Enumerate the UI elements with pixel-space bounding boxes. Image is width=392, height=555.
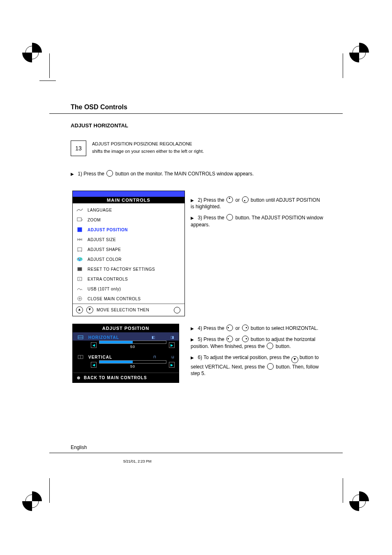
step-5a: 5) Press the bbox=[198, 336, 224, 342]
crop-tick bbox=[343, 478, 343, 503]
subsection-caption: ADJUST POSITION POSIZIONE REGOLAZIONE bbox=[92, 141, 192, 146]
osd2-label: HORIZONTAL bbox=[88, 335, 148, 340]
step-2a: 2) Press the bbox=[198, 197, 224, 203]
step-1-text-b: button on the monitor. The MAIN CONTROLS… bbox=[115, 171, 254, 177]
reg-mark-tr bbox=[349, 43, 369, 62]
ok-button-icon bbox=[106, 170, 113, 177]
osd-item-label: EXTRA CONTROLS bbox=[88, 277, 128, 281]
osd2-title: ADJUST POSITION bbox=[73, 324, 179, 332]
osd-item-adjust-position[interactable]: ADJUST POSITION bbox=[76, 225, 181, 235]
osd-item-zoom[interactable]: ZOOM bbox=[76, 215, 181, 225]
subsection-title: ADJUST HORIZONTAL bbox=[71, 122, 128, 129]
osd-item-reset[interactable]: RESET TO FACTORY SETTINGS bbox=[76, 264, 181, 274]
bullet-icon: ▶ bbox=[191, 355, 194, 361]
reg-mark-br bbox=[349, 491, 369, 511]
steps-2-3: ▶ 2) Press the or button until ADJUST PO… bbox=[191, 196, 324, 232]
size-icon bbox=[76, 237, 83, 242]
close-icon bbox=[76, 296, 83, 302]
osd2-slider-horizontal[interactable]: ◀ 50 ▶ bbox=[73, 341, 179, 352]
step-4c: button to select HORIZONTAL. bbox=[251, 325, 318, 331]
svg-point-9 bbox=[77, 257, 83, 261]
ok-button-icon bbox=[267, 363, 274, 370]
crop-tick bbox=[49, 53, 50, 78]
osd-item-label: ADJUST COLOR bbox=[88, 257, 122, 262]
back-icon: ⊗ bbox=[77, 375, 81, 380]
osd2-back[interactable]: ⊗ BACK TO MAIN CONTROLS bbox=[73, 373, 179, 382]
right-button-icon bbox=[242, 336, 249, 342]
step-5d: button. bbox=[276, 343, 291, 349]
osd-item-label: LANGUAGE bbox=[88, 208, 112, 212]
osd-item-language[interactable]: LANGUAGE bbox=[76, 205, 181, 215]
bottom-extreme-icon: ⊔ bbox=[171, 355, 175, 359]
svg-rect-4 bbox=[77, 218, 81, 221]
step-3a: 3) Press the bbox=[198, 215, 224, 221]
osd-titlebar bbox=[73, 191, 184, 197]
up-button-icon: ▲ bbox=[76, 306, 83, 313]
steps-4-6: ▶ 4) Press the or button to select HORIZ… bbox=[191, 325, 324, 381]
left-button-icon bbox=[226, 336, 233, 342]
subsection-desc: shifts the image on your screen either t… bbox=[92, 149, 204, 154]
osd-footer: ▲ ▼ MOVE SELECTION THEN bbox=[73, 304, 184, 316]
osd-item-adjust-color[interactable]: ADJUST COLOR bbox=[76, 254, 181, 264]
left-button-icon bbox=[226, 325, 233, 331]
down-button-icon: ▼ bbox=[291, 356, 298, 363]
language-label: English bbox=[71, 444, 87, 450]
page-number: 13 bbox=[71, 140, 86, 156]
left-arrow-icon: ◀ bbox=[91, 342, 97, 348]
reg-mark-tl bbox=[22, 43, 42, 62]
osd-item-extra[interactable]: + EXTRA CONTROLS bbox=[76, 274, 181, 284]
vertical-icon bbox=[77, 355, 84, 359]
right-button-icon bbox=[242, 325, 249, 331]
svg-point-6 bbox=[79, 229, 81, 230]
osd2-row-horizontal[interactable]: HORIZONTAL ◧◨ bbox=[73, 332, 179, 341]
osd2-back-label: BACK TO MAIN CONTROLS bbox=[84, 375, 147, 380]
osd-item-list: LANGUAGE ZOOM ADJUST POSITION ADJUST SIZ… bbox=[73, 203, 184, 304]
step-5b: or bbox=[235, 336, 240, 342]
bullet-icon: ▶ bbox=[191, 215, 194, 221]
extra-icon: + bbox=[76, 276, 83, 282]
osd-item-label: ZOOM bbox=[88, 218, 101, 222]
zoom-icon bbox=[76, 217, 83, 223]
osd-item-usb[interactable]: USB (107T only) bbox=[76, 284, 181, 294]
osd2-row-vertical[interactable]: VERTICAL ⊓⊔ bbox=[73, 352, 179, 360]
osd2-value: 50 bbox=[99, 364, 166, 368]
osd2-label: VERTICAL bbox=[88, 355, 149, 359]
left-arrow-icon: ◀ bbox=[91, 362, 97, 368]
osd2-value: 50 bbox=[99, 345, 166, 349]
svg-point-12 bbox=[79, 260, 81, 261]
reset-icon bbox=[76, 266, 83, 272]
position-icon bbox=[76, 227, 83, 233]
osd-item-label: CLOSE MAIN CONTROLS bbox=[88, 297, 141, 301]
bullet-icon: ▶ bbox=[191, 198, 194, 203]
color-icon bbox=[76, 256, 83, 262]
left-extreme-icon: ◧ bbox=[152, 335, 156, 339]
ok-button-icon bbox=[267, 343, 273, 349]
osd-item-label: ADJUST SIZE bbox=[88, 237, 116, 242]
footnote: 5/21/01, 2:23 PM bbox=[123, 459, 152, 463]
ok-button-icon bbox=[226, 214, 233, 221]
osd-item-label: USB (107T only) bbox=[88, 287, 121, 291]
osd-item-adjust-size[interactable]: ADJUST SIZE bbox=[76, 235, 181, 244]
reg-mark-bl bbox=[22, 491, 42, 511]
osd-title: MAIN CONTROLS bbox=[73, 197, 184, 203]
bullet-icon: ▶ bbox=[191, 326, 194, 332]
divider bbox=[49, 453, 343, 453]
osd-item-close[interactable]: CLOSE MAIN CONTROLS bbox=[76, 294, 181, 304]
bullet-icon: ▶ bbox=[71, 172, 74, 176]
osd-item-label: ADJUST SHAPE bbox=[88, 247, 121, 252]
down-button-icon: ▼ bbox=[86, 306, 93, 313]
svg-rect-8 bbox=[78, 248, 82, 251]
svg-point-11 bbox=[81, 258, 82, 260]
svg-text:+: + bbox=[79, 278, 81, 281]
osd-item-adjust-shape[interactable]: ADJUST SHAPE bbox=[76, 244, 181, 254]
step-6a: 6) To adjust the vertical position, pres… bbox=[198, 355, 290, 360]
step-1: ▶ 1) Press the button on the monitor. Th… bbox=[71, 170, 254, 177]
crop-tick bbox=[343, 53, 343, 78]
ok-button-icon bbox=[174, 307, 180, 313]
osd-main-controls: MAIN CONTROLS LANGUAGE ZOOM ADJUST POSIT… bbox=[72, 191, 185, 316]
horizontal-icon bbox=[77, 335, 84, 340]
usb-icon bbox=[76, 286, 83, 292]
shape-icon bbox=[76, 246, 83, 252]
osd2-slider-vertical[interactable]: ◀ 50 ▶ bbox=[73, 360, 179, 372]
osd-item-label: ADJUST POSITION bbox=[88, 228, 128, 232]
